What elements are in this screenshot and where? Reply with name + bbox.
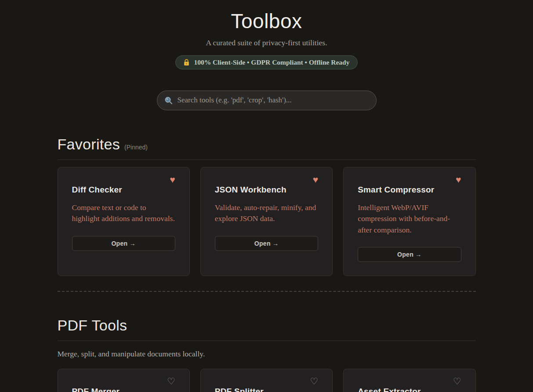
- card-title: Smart Compressor: [358, 185, 461, 195]
- favorite-heart-icon[interactable]: ♥: [72, 175, 175, 184]
- page-title: Toolbox: [0, 11, 533, 31]
- favorite-heart-outline-icon[interactable]: ♡: [215, 377, 318, 386]
- favorite-heart-outline-icon[interactable]: ♡: [72, 377, 175, 386]
- open-button[interactable]: Open →: [215, 236, 318, 251]
- card-description: Compare text or code to highlight additi…: [72, 202, 175, 225]
- privacy-badge-text: 100% Client-Side • GDPR Compliant • Offl…: [194, 58, 349, 66]
- card-title: Diff Checker: [72, 185, 175, 195]
- card-title: PDF Merger: [72, 387, 175, 392]
- card-diff-checker: ♥ Diff Checker Compare text or code to h…: [58, 167, 190, 276]
- pdf-tools-heading: PDF Tools: [58, 317, 127, 333]
- card-description: Intelligent WebP/AVIF compression with b…: [358, 202, 461, 236]
- section-favorites: Favorites (Pinned) ♥ Diff Checker Compar…: [58, 136, 476, 276]
- favorites-pinned-tag: (Pinned): [124, 144, 148, 151]
- favorite-heart-icon[interactable]: ♥: [215, 175, 318, 184]
- pdf-tools-divider: [58, 341, 476, 341]
- card-pdf-merger: ♡ PDF Merger: [58, 369, 190, 392]
- card-title: PDF Splitter: [215, 387, 318, 392]
- section-separator: [58, 291, 476, 292]
- favorites-divider: [58, 160, 476, 160]
- favorites-heading: Favorites: [58, 136, 120, 152]
- open-button[interactable]: Open →: [358, 247, 461, 262]
- card-json-workbench: ♥ JSON Workbench Validate, auto-repair, …: [200, 167, 333, 276]
- card-asset-extractor: ♡ Asset Extractor: [343, 369, 475, 392]
- page-subtitle: A curated suite of privacy-first utiliti…: [0, 38, 533, 48]
- favorites-heading-row: Favorites (Pinned): [58, 136, 476, 152]
- section-pdf-tools: PDF Tools Merge, split, and manipulate d…: [58, 317, 476, 392]
- card-title: Asset Extractor: [358, 387, 461, 392]
- favorite-heart-icon[interactable]: ♥: [358, 175, 461, 184]
- search-bar: [157, 91, 377, 110]
- card-description: Validate, auto-repair, minify, and explo…: [215, 202, 318, 225]
- main-content: Favorites (Pinned) ♥ Diff Checker Compar…: [58, 136, 476, 392]
- card-smart-compressor: ♥ Smart Compressor Intelligent WebP/AVIF…: [343, 167, 475, 276]
- pdf-tools-heading-row: PDF Tools: [58, 317, 476, 333]
- favorites-grid: ♥ Diff Checker Compare text or code to h…: [58, 167, 476, 276]
- search-input[interactable]: [157, 91, 377, 110]
- pdf-tools-description: Merge, split, and manipulate documents l…: [58, 349, 476, 359]
- open-button[interactable]: Open →: [72, 236, 175, 251]
- card-title: JSON Workbench: [215, 185, 318, 195]
- card-pdf-splitter: ♡ PDF Splitter: [200, 369, 333, 392]
- privacy-badge: 100% Client-Side • GDPR Compliant • Offl…: [175, 55, 357, 69]
- favorite-heart-outline-icon[interactable]: ♡: [358, 377, 461, 386]
- pdf-tools-grid: ♡ PDF Merger ♡ PDF Splitter ♡ Asset Extr…: [58, 369, 476, 392]
- lock-icon: [183, 59, 190, 66]
- hero: Toolbox A curated suite of privacy-first…: [0, 0, 533, 110]
